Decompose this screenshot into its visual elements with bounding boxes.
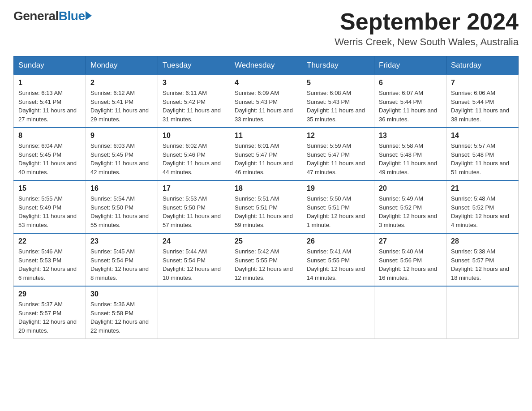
calendar-cell: 10Sunrise: 6:02 AMSunset: 5:46 PMDayligh… — [158, 128, 230, 180]
calendar-cell: 1Sunrise: 6:13 AMSunset: 5:41 PMDaylight… — [14, 75, 86, 128]
calendar-cell: 21Sunrise: 5:48 AMSunset: 5:52 PMDayligh… — [446, 180, 519, 233]
calendar-cell: 2Sunrise: 6:12 AMSunset: 5:41 PMDaylight… — [86, 75, 158, 128]
day-number: 14 — [451, 132, 514, 140]
calendar-header-tuesday: Tuesday — [158, 56, 230, 75]
calendar-cell: 18Sunrise: 5:51 AMSunset: 5:51 PMDayligh… — [230, 180, 302, 233]
day-info: Sunrise: 5:53 AMSunset: 5:50 PMDaylight:… — [163, 194, 225, 229]
day-number: 8 — [18, 132, 81, 140]
calendar-cell: 13Sunrise: 5:58 AMSunset: 5:48 PMDayligh… — [374, 128, 446, 180]
day-number: 11 — [235, 132, 297, 140]
calendar-cell: 25Sunrise: 5:42 AMSunset: 5:55 PMDayligh… — [230, 233, 302, 286]
calendar-cell: 29Sunrise: 5:37 AMSunset: 5:57 PMDayligh… — [14, 286, 86, 339]
logo-blue-part: Blue — [59, 9, 92, 23]
location-text: Werris Creek, New South Wales, Australia — [335, 36, 519, 48]
calendar-cell: 9Sunrise: 6:03 AMSunset: 5:45 PMDaylight… — [86, 128, 158, 180]
calendar-cell: 19Sunrise: 5:50 AMSunset: 5:51 PMDayligh… — [302, 180, 374, 233]
day-number: 7 — [451, 79, 514, 87]
day-number: 19 — [307, 184, 369, 193]
day-info: Sunrise: 6:09 AMSunset: 5:43 PMDaylight:… — [235, 89, 297, 124]
logo: General Blue — [13, 9, 92, 23]
calendar-cell: 11Sunrise: 6:01 AMSunset: 5:47 PMDayligh… — [230, 128, 302, 180]
day-info: Sunrise: 5:46 AMSunset: 5:53 PMDaylight:… — [18, 247, 81, 282]
day-number: 5 — [307, 79, 369, 87]
calendar-table: SundayMondayTuesdayWednesdayThursdayFrid… — [13, 56, 519, 339]
calendar-week-5: 29Sunrise: 5:37 AMSunset: 5:57 PMDayligh… — [14, 286, 519, 339]
page-header: General Blue September 2024 Werris Creek… — [13, 9, 519, 48]
day-info: Sunrise: 5:49 AMSunset: 5:52 PMDaylight:… — [379, 194, 442, 229]
calendar-header-wednesday: Wednesday — [230, 56, 302, 75]
day-number: 6 — [379, 79, 442, 87]
day-number: 22 — [18, 237, 81, 245]
calendar-cell: 28Sunrise: 5:38 AMSunset: 5:57 PMDayligh… — [446, 233, 519, 286]
day-number: 9 — [90, 132, 153, 140]
calendar-cell: 4Sunrise: 6:09 AMSunset: 5:43 PMDaylight… — [230, 75, 302, 128]
calendar-cell: 7Sunrise: 6:06 AMSunset: 5:44 PMDaylight… — [446, 75, 519, 128]
day-number: 16 — [90, 184, 153, 193]
calendar-week-4: 22Sunrise: 5:46 AMSunset: 5:53 PMDayligh… — [14, 233, 519, 286]
logo-triangle-icon — [86, 11, 92, 20]
day-number: 27 — [379, 237, 442, 245]
day-info: Sunrise: 5:51 AMSunset: 5:51 PMDaylight:… — [235, 194, 297, 229]
day-number: 30 — [90, 290, 153, 298]
day-number: 4 — [235, 79, 297, 87]
calendar-week-3: 15Sunrise: 5:55 AMSunset: 5:49 PMDayligh… — [14, 180, 519, 233]
day-info: Sunrise: 5:58 AMSunset: 5:48 PMDaylight:… — [379, 141, 442, 176]
calendar-cell — [374, 286, 446, 339]
day-info: Sunrise: 6:01 AMSunset: 5:47 PMDaylight:… — [235, 141, 297, 176]
day-info: Sunrise: 5:42 AMSunset: 5:55 PMDaylight:… — [235, 247, 297, 282]
day-number: 15 — [18, 184, 81, 193]
day-number: 2 — [90, 79, 153, 87]
calendar-cell: 16Sunrise: 5:54 AMSunset: 5:50 PMDayligh… — [86, 180, 158, 233]
calendar-cell: 26Sunrise: 5:41 AMSunset: 5:55 PMDayligh… — [302, 233, 374, 286]
day-info: Sunrise: 5:37 AMSunset: 5:57 PMDaylight:… — [18, 300, 81, 335]
calendar-cell: 17Sunrise: 5:53 AMSunset: 5:50 PMDayligh… — [158, 180, 230, 233]
calendar-cell: 22Sunrise: 5:46 AMSunset: 5:53 PMDayligh… — [14, 233, 86, 286]
page-title: September 2024 — [335, 9, 519, 34]
day-number: 1 — [18, 79, 81, 87]
day-info: Sunrise: 6:11 AMSunset: 5:42 PMDaylight:… — [163, 89, 225, 124]
day-info: Sunrise: 5:38 AMSunset: 5:57 PMDaylight:… — [451, 247, 514, 282]
day-number: 3 — [163, 79, 225, 87]
day-info: Sunrise: 5:40 AMSunset: 5:56 PMDaylight:… — [379, 247, 442, 282]
day-info: Sunrise: 5:55 AMSunset: 5:49 PMDaylight:… — [18, 194, 81, 229]
day-info: Sunrise: 5:48 AMSunset: 5:52 PMDaylight:… — [451, 194, 514, 229]
calendar-cell — [230, 286, 302, 339]
day-number: 10 — [163, 132, 225, 140]
day-info: Sunrise: 5:41 AMSunset: 5:55 PMDaylight:… — [307, 247, 369, 282]
calendar-cell: 15Sunrise: 5:55 AMSunset: 5:49 PMDayligh… — [14, 180, 86, 233]
calendar-cell: 24Sunrise: 5:44 AMSunset: 5:54 PMDayligh… — [158, 233, 230, 286]
day-info: Sunrise: 5:57 AMSunset: 5:48 PMDaylight:… — [451, 141, 514, 176]
calendar-header-row: SundayMondayTuesdayWednesdayThursdayFrid… — [14, 56, 519, 75]
calendar-week-2: 8Sunrise: 6:04 AMSunset: 5:45 PMDaylight… — [14, 128, 519, 180]
day-info: Sunrise: 5:54 AMSunset: 5:50 PMDaylight:… — [90, 194, 153, 229]
calendar-cell: 20Sunrise: 5:49 AMSunset: 5:52 PMDayligh… — [374, 180, 446, 233]
day-info: Sunrise: 6:04 AMSunset: 5:45 PMDaylight:… — [18, 141, 81, 176]
calendar-cell — [302, 286, 374, 339]
calendar-cell — [158, 286, 230, 339]
day-number: 17 — [163, 184, 225, 193]
day-info: Sunrise: 5:44 AMSunset: 5:54 PMDaylight:… — [163, 247, 225, 282]
day-info: Sunrise: 6:08 AMSunset: 5:43 PMDaylight:… — [307, 89, 369, 124]
day-number: 23 — [90, 237, 153, 245]
calendar-header-monday: Monday — [86, 56, 158, 75]
day-number: 26 — [307, 237, 369, 245]
title-section: September 2024 Werris Creek, New South W… — [335, 9, 519, 48]
day-info: Sunrise: 6:12 AMSunset: 5:41 PMDaylight:… — [90, 89, 153, 124]
day-number: 29 — [18, 290, 81, 298]
day-info: Sunrise: 6:07 AMSunset: 5:44 PMDaylight:… — [379, 89, 442, 124]
calendar-header-friday: Friday — [374, 56, 446, 75]
day-number: 21 — [451, 184, 514, 193]
calendar-cell: 12Sunrise: 5:59 AMSunset: 5:47 PMDayligh… — [302, 128, 374, 180]
day-info: Sunrise: 6:06 AMSunset: 5:44 PMDaylight:… — [451, 89, 514, 124]
logo-blue-text: Blue — [59, 9, 85, 23]
calendar-cell — [446, 286, 519, 339]
calendar-cell: 5Sunrise: 6:08 AMSunset: 5:43 PMDaylight… — [302, 75, 374, 128]
day-number: 25 — [235, 237, 297, 245]
calendar-cell: 3Sunrise: 6:11 AMSunset: 5:42 PMDaylight… — [158, 75, 230, 128]
calendar-cell: 27Sunrise: 5:40 AMSunset: 5:56 PMDayligh… — [374, 233, 446, 286]
day-number: 20 — [379, 184, 442, 193]
calendar-cell: 6Sunrise: 6:07 AMSunset: 5:44 PMDaylight… — [374, 75, 446, 128]
day-info: Sunrise: 6:02 AMSunset: 5:46 PMDaylight:… — [163, 141, 225, 176]
calendar-cell: 14Sunrise: 5:57 AMSunset: 5:48 PMDayligh… — [446, 128, 519, 180]
day-number: 12 — [307, 132, 369, 140]
